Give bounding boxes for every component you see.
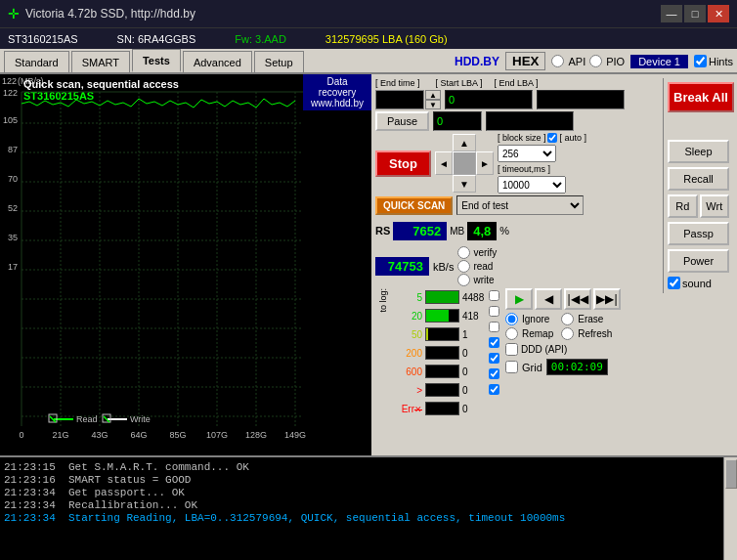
tab-tests[interactable]: Tests: [132, 49, 181, 72]
grid-row: Grid 00:02:09: [505, 359, 621, 375]
stop-button[interactable]: Stop: [375, 151, 431, 177]
svg-text:128G: 128G: [245, 430, 267, 440]
data-recovery-line1: Data recovery: [307, 76, 368, 98]
histo-check-50[interactable]: [489, 322, 499, 332]
skip-back-button[interactable]: |◀◀: [564, 288, 591, 310]
log-scroll-thumb[interactable]: [725, 459, 737, 489]
hex-button[interactable]: HEX: [505, 52, 545, 70]
drive-info-bar: ST3160215AS SN: 6RA4GGBS Fw: 3.AAD 31257…: [0, 27, 737, 49]
app-icon: ✛: [8, 6, 20, 22]
recall-button[interactable]: Recall: [668, 167, 729, 191]
sleep-button[interactable]: Sleep: [668, 140, 729, 163]
histo-check-600[interactable]: [489, 353, 499, 364]
end-lba-label: [ End LBA ]: [495, 78, 539, 88]
histo-check-5[interactable]: [489, 290, 499, 301]
break-all-button[interactable]: Break All: [668, 82, 734, 112]
minimize-button[interactable]: —: [661, 5, 682, 22]
svg-text:85G: 85G: [169, 430, 186, 440]
field2-left[interactable]: [433, 111, 482, 131]
nav-down[interactable]: ▼: [453, 175, 476, 193]
drive-firmware: Fw: 3.AAD: [235, 33, 286, 45]
end-time-input[interactable]: 5:01: [375, 90, 424, 109]
log-area: 21:23:15 Get S.M.A.R.T. command... OK 21…: [0, 455, 737, 560]
tab-standard[interactable]: Standard: [4, 51, 69, 72]
histo-count-20: 418: [462, 311, 487, 322]
svg-text:Write: Write: [130, 414, 151, 424]
block-size-select[interactable]: 256: [498, 145, 556, 162]
erase-label: Erase: [578, 314, 603, 324]
histo-label-err: Err✕: [393, 404, 422, 414]
data-recovery-line2: www.hdd.by: [307, 98, 368, 108]
main-area: 122 (MB/s) Quick scan, sequential access…: [0, 74, 737, 455]
title-bar: ✛ Victoria 4.72b SSD, http://hdd.by — □ …: [0, 0, 737, 27]
histo-bar-600: [425, 365, 459, 378]
pause-button[interactable]: Pause: [375, 111, 429, 131]
histo-count-50: 1: [462, 329, 487, 340]
play-button[interactable]: ▶: [505, 288, 533, 310]
data-recovery-panel: Data recovery www.hdd.by: [303, 74, 371, 110]
histo-check-20[interactable]: [489, 306, 499, 317]
write-radio[interactable]: [457, 274, 470, 286]
window-title: Victoria 4.72b SSD, http://hdd.by: [25, 7, 195, 21]
write-label: write: [473, 275, 494, 285]
power-button[interactable]: Power: [668, 249, 729, 273]
sound-checkbox[interactable]: [668, 277, 680, 289]
start-lba-input[interactable]: [445, 90, 533, 109]
time-spin-down[interactable]: ▼: [425, 100, 441, 109]
histo-check-err[interactable]: [489, 384, 499, 395]
tab-advanced[interactable]: Advanced: [183, 51, 252, 72]
log-scrollbar[interactable]: [723, 457, 737, 560]
time-spin-up[interactable]: ▲: [425, 90, 441, 100]
hints-checkbox[interactable]: [694, 55, 707, 67]
svg-text:0: 0: [19, 430, 23, 440]
nav-left[interactable]: ◄: [435, 151, 453, 175]
rd-button[interactable]: Rd: [668, 194, 698, 218]
end-of-test-select[interactable]: End of test: [456, 195, 584, 215]
end-lba-input[interactable]: 312579694: [537, 90, 625, 109]
error-options: Ignore Remap Erase: [505, 313, 621, 340]
rs-label: RS: [375, 225, 390, 237]
refresh-radio[interactable]: [561, 327, 574, 340]
close-button[interactable]: ✕: [708, 5, 729, 22]
quick-scan-button[interactable]: QUICK SCAN: [375, 196, 453, 215]
histo-bar-200: [425, 346, 459, 360]
histogram: 5 4488 20 418: [393, 288, 487, 417]
maximize-button[interactable]: □: [684, 5, 706, 22]
ddd-checkbox[interactable]: [505, 343, 518, 356]
ddd-label: DDD (API): [521, 344, 567, 355]
grid-label: Grid: [522, 362, 542, 373]
back-button[interactable]: ◀: [535, 288, 562, 310]
hdd-by-link[interactable]: HDD.BY: [455, 55, 499, 68]
timeout-select[interactable]: 10000: [498, 176, 566, 194]
read-radio[interactable]: [457, 260, 470, 273]
nav-right[interactable]: ►: [476, 151, 494, 175]
skip-fwd-button[interactable]: ▶▶|: [593, 288, 621, 310]
drive-serial: SN: 6RA4GGBS: [117, 33, 196, 45]
api-radio[interactable]: [551, 55, 564, 67]
log-line-5: 21:23:34 Starting Reading, LBA=0..312579…: [4, 512, 733, 524]
pio-radio[interactable]: [589, 55, 602, 67]
nav-up[interactable]: ▲: [453, 134, 476, 151]
ignore-radio[interactable]: [505, 313, 518, 325]
passp-button[interactable]: Passp: [668, 222, 729, 245]
histo-check-200[interactable]: [489, 337, 499, 348]
histo-label-50: 50: [393, 329, 422, 340]
field2-right[interactable]: 14945718: [486, 111, 574, 131]
histo-label-20: 20: [393, 311, 422, 322]
verify-label: verify: [473, 247, 497, 258]
mb-display: 7652: [393, 222, 447, 240]
side-panel: Break All Sleep Recall Rd Wrt Passp Powe…: [663, 78, 733, 293]
auto-checkbox[interactable]: [547, 133, 557, 143]
tab-smart[interactable]: SMART: [71, 51, 130, 72]
grid-checkbox[interactable]: [505, 361, 518, 373]
wrt-button[interactable]: Wrt: [700, 194, 730, 218]
svg-text:21G: 21G: [52, 430, 68, 440]
to-log-label: to log:: [378, 288, 388, 313]
drive-name: ST3160215AS: [8, 33, 78, 45]
remap-radio[interactable]: [505, 327, 518, 340]
erase-radio[interactable]: [561, 313, 574, 325]
histo-check-gt[interactable]: [489, 368, 499, 379]
verify-radio[interactable]: [457, 246, 470, 259]
tab-setup[interactable]: Setup: [254, 51, 304, 72]
histo-bar-err: [425, 402, 459, 415]
